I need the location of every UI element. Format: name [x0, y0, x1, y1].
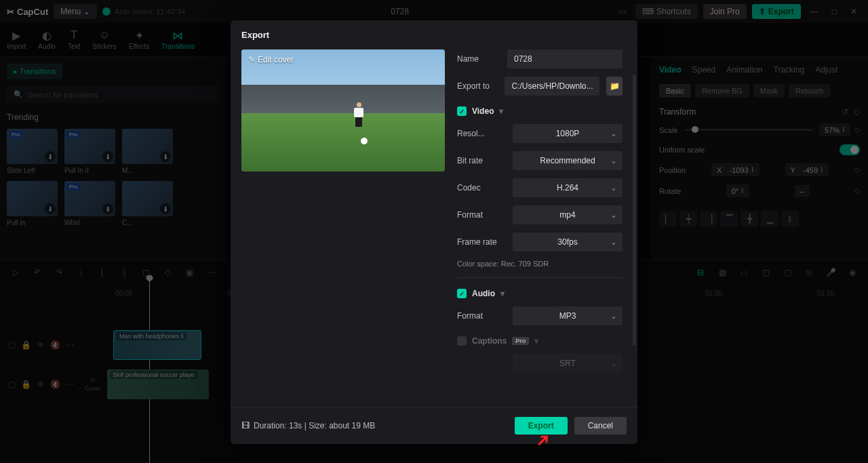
browse-folder-button[interactable]: 📁 — [606, 77, 623, 96]
divider — [457, 277, 623, 278]
pencil-icon: ✎ — [248, 55, 255, 64]
captions-section[interactable]: ✓ Captions Pro ▾ — [457, 336, 623, 346]
video-section[interactable]: ✓ Video ▾ — [457, 106, 623, 116]
chevron-down-icon: ▾ — [499, 106, 503, 116]
modal-preview-column: ✎Edit cover — [241, 49, 445, 407]
captions-format-select: SRT — [513, 354, 623, 373]
chevron-down-icon: ▾ — [534, 336, 538, 346]
modal-title: Export — [231, 20, 637, 49]
footer-info: 🎞 Duration: 13s | Size: about 19 MB — [241, 421, 375, 430]
cancel-button[interactable]: Cancel — [574, 417, 627, 435]
colorspace-hint: Color space: Rec. 709 SDR — [457, 260, 623, 268]
bitrate-select[interactable]: Recommended — [513, 151, 623, 170]
format-label: Format — [457, 210, 506, 220]
audio-section[interactable]: ✓ Audio ▾ — [457, 289, 623, 298]
pro-badge: Pro — [512, 337, 529, 345]
codec-label: Codec — [457, 183, 506, 193]
folder-icon: 📁 — [610, 81, 620, 91]
framerate-select[interactable]: 30fps — [513, 233, 623, 251]
name-input[interactable] — [507, 49, 623, 68]
audio-format-select[interactable]: MP3 — [513, 306, 623, 325]
format-select[interactable]: mp4 — [513, 205, 623, 224]
bitrate-label: Bit rate — [457, 156, 506, 165]
name-label: Name — [457, 54, 500, 64]
modal-body: ✎Edit cover Name Export to C:/Users/HP/D… — [231, 49, 637, 407]
export-modal: Export ✎Edit cover Name Export to C:/Use… — [231, 20, 637, 444]
modal-form-column: Name Export to C:/Users/HP/Downlo... 📁 ✓… — [457, 49, 627, 407]
checkbox-icon[interactable]: ✓ — [457, 106, 467, 116]
modal-footer: 🎞 Duration: 13s | Size: about 19 MB Expo… — [231, 407, 637, 444]
exportto-label: Export to — [457, 81, 498, 91]
film-icon: 🎞 — [241, 421, 250, 430]
resolution-label: Resol... — [457, 129, 506, 138]
resolution-select[interactable]: 1080P — [513, 124, 623, 143]
edit-cover-button[interactable]: ✎Edit cover — [248, 55, 294, 64]
framerate-label: Frame rate — [457, 237, 506, 247]
export-button[interactable]: Export — [515, 417, 568, 435]
cover-preview[interactable]: ✎Edit cover — [241, 49, 445, 172]
checkbox-icon[interactable]: ✓ — [457, 336, 467, 346]
audio-format-label: Format — [457, 311, 506, 321]
codec-select[interactable]: H.264 — [513, 178, 623, 197]
checkbox-icon[interactable]: ✓ — [457, 289, 467, 298]
exportto-path: C:/Users/HP/Downlo... — [505, 77, 599, 96]
chevron-down-icon: ▾ — [500, 289, 505, 298]
